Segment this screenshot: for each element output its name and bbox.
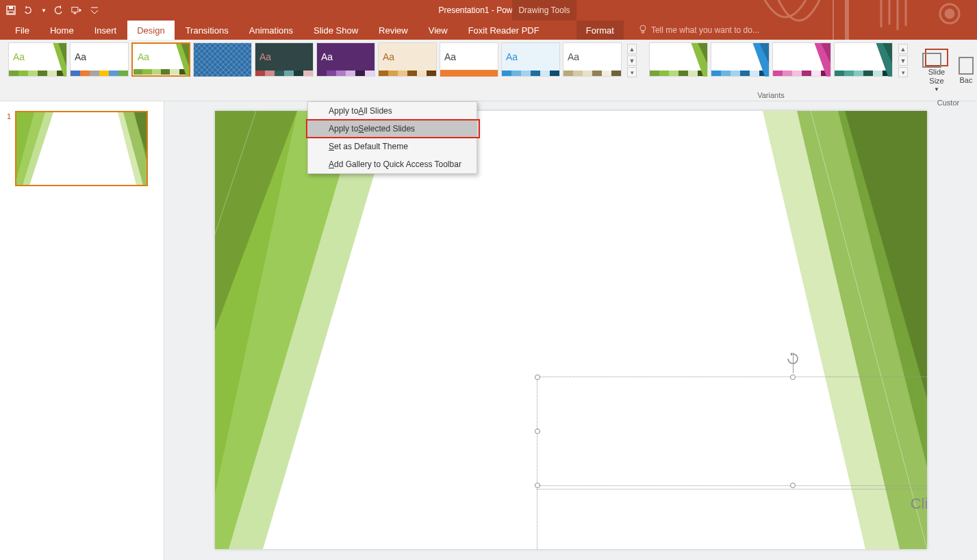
titlebar: ▼ Presentation1 - PowerPoint Drawing Too…	[0, 0, 977, 21]
tab-animations[interactable]: Animations	[240, 21, 303, 40]
resize-handle[interactable]	[535, 483, 540, 488]
variants-gallery	[649, 42, 893, 77]
subtitle-placeholder[interactable]: Click to add subtitle	[537, 489, 927, 549]
tab-transitions[interactable]: Transitions	[176, 21, 238, 40]
theme-thumb-ion-purple[interactable]: Aa	[316, 42, 375, 77]
tab-home[interactable]: Home	[40, 21, 84, 40]
customize-group: Slide Size ▼ Bac Custor	[916, 42, 977, 101]
customize-qat-icon[interactable]	[89, 5, 100, 16]
title-placeholder[interactable]	[537, 377, 927, 486]
undo-icon[interactable]	[23, 5, 34, 16]
lightbulb-icon	[639, 25, 647, 36]
slides-panel: 1	[0, 101, 164, 560]
variants-group: Variants	[645, 42, 897, 101]
format-background-button[interactable]: Bac	[956, 42, 976, 99]
tab-foxit[interactable]: Foxit Reader PDF	[459, 21, 549, 40]
tab-view[interactable]: View	[419, 21, 457, 40]
svg-point-7	[946, 10, 954, 18]
slide-canvas[interactable]: Click to add subtitle	[215, 111, 927, 549]
svg-rect-1	[9, 6, 13, 9]
theme-thumb-organic[interactable]: Aa	[378, 42, 437, 77]
svg-rect-2	[8, 11, 14, 14]
window-title: Presentation1 - PowerPoint	[0, 5, 977, 15]
context-menu-item[interactable]: Apply to All Slides	[308, 102, 477, 120]
tell-me-input[interactable]	[651, 25, 802, 35]
variants-scroll-down[interactable]: ▼	[898, 55, 908, 66]
tab-review[interactable]: Review	[369, 21, 418, 40]
svg-rect-4	[74, 13, 77, 14]
themes-scroll-up[interactable]: ▲	[627, 44, 637, 54]
save-icon[interactable]	[5, 5, 16, 16]
format-background-icon	[959, 57, 974, 75]
format-background-label: Bac	[960, 76, 973, 84]
tab-slideshow[interactable]: Slide Show	[304, 21, 368, 40]
svg-point-14	[640, 25, 646, 31]
theme-thumb-retrospect[interactable]: Aa	[440, 42, 498, 77]
theme-thumb-slice[interactable]: Aa	[501, 42, 560, 77]
context-menu-item[interactable]: Apply to Selected Slides	[308, 120, 477, 138]
tab-design[interactable]: Design	[127, 21, 174, 40]
resize-handle[interactable]	[790, 483, 796, 488]
slide-thumbnail-wrap: 1	[7, 111, 157, 186]
theme-thumb-wisp[interactable]: Aa	[563, 42, 622, 77]
themes-group: AaAaAaAaAaAaAaAaAaAa	[4, 42, 626, 101]
themes-scroll: ▲ ▼ ▾	[627, 44, 637, 77]
theme-thumb-integral[interactable]: Aa	[193, 42, 252, 77]
ribbon-design: AaAaAaAaAaAaAaAaAaAa ▲ ▼ ▾ Variants ▲ ▼ …	[0, 40, 977, 101]
subtitle-placeholder-text: Click to add subtitle	[911, 495, 927, 513]
slide-size-label: Slide Size	[928, 68, 945, 84]
slide-canvas-area: Click to add subtitle	[164, 101, 977, 560]
slide-size-icon	[925, 49, 948, 66]
svg-rect-3	[72, 8, 78, 12]
contextual-tab-group: Drawing Tools	[512, 0, 576, 21]
slide-thumbnail[interactable]	[15, 111, 148, 186]
themes-scroll-down[interactable]: ▼	[627, 55, 637, 66]
theme-thumb-facet-green[interactable]: Aa	[8, 42, 67, 77]
slide-thumbnail-facet	[16, 112, 148, 186]
rotate-connector	[793, 353, 794, 373]
tab-format[interactable]: Format	[576, 21, 624, 40]
variant-thumb-var-pink[interactable]	[772, 42, 831, 77]
theme-context-menu: Apply to All SlidesApply to Selected Sli…	[307, 101, 477, 174]
variants-scroll: ▲ ▼ ▾	[898, 44, 908, 77]
variant-thumb-var-green[interactable]	[649, 42, 708, 77]
svg-rect-22	[440, 70, 498, 77]
tab-file[interactable]: File	[5, 21, 39, 40]
themes-more-button[interactable]: ▾	[627, 67, 637, 77]
redo-icon[interactable]	[53, 5, 64, 16]
theme-thumb-facet-green-sel[interactable]: Aa	[131, 42, 190, 77]
slide-number: 1	[7, 111, 11, 120]
variants-scroll-up[interactable]: ▲	[898, 44, 908, 54]
theme-thumb-ion-dark[interactable]: Aa	[255, 42, 314, 77]
variant-thumb-var-teal[interactable]	[834, 42, 893, 77]
quick-access-toolbar: ▼	[0, 5, 100, 16]
context-menu-item[interactable]: Add Gallery to Quick Access Toolbar	[308, 155, 477, 173]
resize-handle[interactable]	[535, 429, 540, 434]
undo-dropdown-icon[interactable]: ▼	[41, 5, 47, 16]
svg-rect-15	[642, 31, 644, 33]
variant-thumb-var-blue[interactable]	[711, 42, 770, 77]
theme-thumb-office[interactable]: Aa	[70, 42, 129, 77]
svg-rect-21	[194, 43, 251, 77]
slide-size-button[interactable]: Slide Size ▼	[920, 42, 953, 99]
tab-insert[interactable]: Insert	[85, 21, 127, 40]
workarea: 1	[0, 101, 977, 560]
variants-label: Variants	[757, 91, 785, 101]
start-from-beginning-icon[interactable]	[71, 5, 82, 16]
variants-more-button[interactable]: ▾	[898, 67, 908, 77]
resize-handle[interactable]	[790, 374, 796, 380]
themes-gallery: AaAaAaAaAaAaAaAaAaAa	[8, 42, 622, 77]
resize-handle[interactable]	[535, 374, 540, 380]
ribbon-tabs: File Home Insert Design Transitions Anim…	[0, 21, 977, 40]
tell-me[interactable]	[639, 21, 802, 40]
context-menu-item[interactable]: Set as Default Theme	[308, 138, 477, 155]
svg-point-6	[940, 4, 959, 23]
